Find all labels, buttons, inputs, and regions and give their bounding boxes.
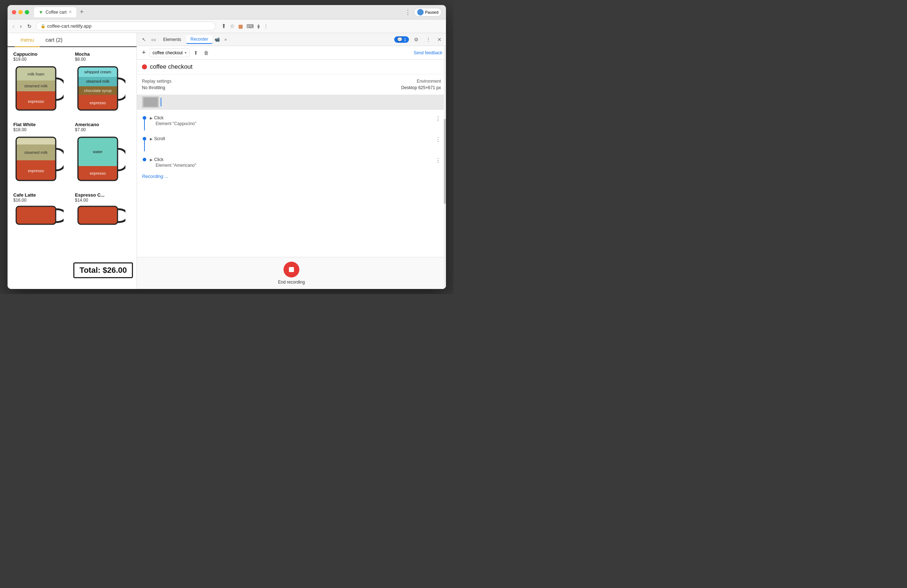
steps-list: ▶ Click Element "Cappucino" ⋮ bbox=[137, 110, 446, 257]
devtools-close-button[interactable]: ✕ bbox=[436, 35, 443, 44]
step-title: Click bbox=[154, 157, 163, 162]
item-name: Cafe Latte bbox=[13, 192, 69, 198]
tab-recorder[interactable]: Recorder bbox=[186, 35, 212, 44]
code-icon[interactable]: ⌨ bbox=[247, 23, 254, 29]
address-field[interactable]: 🔒 coffee-cart.netlify.app bbox=[36, 22, 216, 30]
step-more-icon[interactable]: ⋮ bbox=[435, 157, 441, 164]
list-item[interactable]: Espresso C... $14.00 bbox=[75, 192, 131, 257]
tab-elements[interactable]: Elements bbox=[159, 35, 186, 43]
item-price: $16.00 bbox=[13, 198, 69, 203]
kebab-menu-icon[interactable]: ⋮ bbox=[424, 35, 433, 44]
list-item[interactable]: Mocha $8.00 whipped cream bbox=[75, 51, 131, 116]
bookmark-icon[interactable]: ☆ bbox=[230, 22, 235, 29]
recording-status: Recording ... bbox=[137, 171, 446, 182]
share-icon[interactable]: ⬆ bbox=[221, 22, 226, 29]
item-name: Flat White bbox=[13, 122, 69, 127]
scrollbar-track[interactable] bbox=[444, 46, 446, 289]
cursor-icon[interactable]: ↖ bbox=[140, 35, 148, 44]
item-name: Cappucino bbox=[13, 51, 69, 57]
content-area: menu cart (2) Cappucino $19.00 bbox=[8, 33, 446, 289]
step-connector bbox=[142, 137, 147, 151]
thumbnail bbox=[142, 96, 159, 108]
tab-bar: ▼ Coffee cart ✕ + bbox=[34, 7, 402, 17]
step-content: ▶ Click Element "Cappucino" bbox=[150, 115, 432, 126]
list-item[interactable]: Cappucino $19.00 milk foa bbox=[13, 51, 69, 116]
list-item[interactable]: Cafe Latte $16.00 bbox=[13, 192, 69, 257]
step-title: Click bbox=[154, 115, 163, 120]
cup-mocha: whipped cream steamed milk chocolate syr… bbox=[75, 64, 125, 116]
recording-name-row: coffee checkout bbox=[137, 60, 446, 74]
tab-favicon: ▼ bbox=[38, 10, 43, 15]
add-recording-button[interactable]: + bbox=[141, 48, 147, 57]
forward-button[interactable]: › bbox=[19, 22, 23, 30]
scrollbar-thumb[interactable] bbox=[444, 119, 446, 204]
toolbar-icons: ⬆ ☆ ▦ ⌨ ⧫ ⋮ bbox=[221, 22, 268, 29]
browser-tab[interactable]: ▼ Coffee cart ✕ bbox=[34, 7, 76, 17]
paused-label: Paused bbox=[425, 10, 438, 14]
puzzle-icon[interactable]: ⧫ bbox=[257, 23, 260, 29]
svg-text:chocolate syrup: chocolate syrup bbox=[84, 88, 111, 93]
back-button[interactable]: ‹ bbox=[11, 22, 16, 30]
recorder-toolbar: + coffee checkout ▾ ⬆ 🗑 Send feedback bbox=[137, 46, 446, 60]
step-expand-icon[interactable]: ▶ bbox=[150, 137, 153, 141]
step-expand-icon[interactable]: ▶ bbox=[150, 158, 153, 162]
nav-menu[interactable]: menu bbox=[15, 33, 40, 47]
list-item[interactable]: Flat White $18.00 steamed bbox=[13, 122, 69, 186]
total-badge: Total: $26.00 bbox=[73, 263, 133, 278]
nav-cart[interactable]: cart (2) bbox=[40, 33, 69, 46]
new-tab-button[interactable]: + bbox=[78, 8, 86, 16]
tab-close-icon[interactable]: ✕ bbox=[69, 10, 72, 14]
tab-title: Coffee cart bbox=[46, 10, 66, 15]
item-name: Americano bbox=[75, 122, 131, 127]
more-tabs-icon[interactable]: » bbox=[222, 35, 229, 43]
step-more-icon[interactable]: ⋮ bbox=[435, 115, 441, 122]
settings-icon[interactable]: ⚙ bbox=[412, 35, 421, 44]
chat-button[interactable]: 💬 1 bbox=[394, 36, 409, 43]
item-price: $14.00 bbox=[75, 198, 131, 203]
more-icon[interactable]: ⋮ bbox=[263, 23, 268, 29]
extension-icon[interactable]: ▦ bbox=[238, 23, 243, 29]
coffee-menu: Cappucino $19.00 milk foa bbox=[8, 47, 136, 289]
replay-settings: Replay settings Environment No throttlin… bbox=[137, 74, 446, 95]
recording-dropdown[interactable]: coffee checkout ▾ bbox=[149, 48, 190, 57]
svg-rect-35 bbox=[16, 206, 56, 224]
step-line bbox=[144, 120, 145, 130]
svg-text:espresso: espresso bbox=[28, 168, 44, 173]
item-price: $7.00 bbox=[75, 127, 131, 132]
user-avatar bbox=[417, 9, 424, 16]
step-line bbox=[144, 141, 145, 151]
throttle-value: No throttling bbox=[142, 85, 291, 90]
step-title: Scroll bbox=[154, 136, 165, 141]
step-click-cappucino[interactable]: ▶ Click Element "Cappucino" ⋮ bbox=[137, 112, 446, 133]
step-content: ▶ Scroll bbox=[150, 136, 432, 141]
step-more-icon[interactable]: ⋮ bbox=[435, 136, 441, 143]
step-detail: Element "Americano" bbox=[150, 163, 432, 168]
browser-actions: ⋮ Paused bbox=[405, 8, 442, 16]
step-expand-icon[interactable]: ▶ bbox=[150, 116, 153, 120]
delete-icon[interactable]: 🗑 bbox=[202, 49, 211, 57]
maximize-button[interactable] bbox=[25, 10, 29, 14]
send-feedback-link[interactable]: Send feedback bbox=[413, 50, 442, 55]
step-scroll[interactable]: ▶ Scroll ⋮ bbox=[137, 133, 446, 154]
device-icon[interactable]: ▭ bbox=[149, 35, 158, 44]
step-header: ▶ Click bbox=[150, 115, 432, 120]
devtools-tab-actions: 💬 1 ⚙ ⋮ ✕ bbox=[394, 35, 443, 44]
minimize-button[interactable] bbox=[18, 10, 22, 14]
devtools-tabs: ↖ ▭ Elements Recorder 📹 » 💬 1 ⚙ ⋮ ✕ bbox=[137, 33, 446, 46]
svg-text:milk foam: milk foam bbox=[27, 72, 44, 76]
reload-button[interactable]: ↻ bbox=[26, 22, 33, 30]
title-bar: ▼ Coffee cart ✕ + ⋮ Paused bbox=[8, 5, 446, 19]
address-bar: ‹ › ↻ 🔒 coffee-cart.netlify.app ⬆ ☆ ▦ ⌨ … bbox=[8, 19, 446, 33]
export-icon[interactable]: ⬆ bbox=[192, 49, 200, 57]
devtools-bottom: End recording bbox=[137, 257, 446, 289]
svg-text:water: water bbox=[92, 149, 103, 154]
close-button[interactable] bbox=[12, 10, 16, 14]
item-price: $19.00 bbox=[13, 57, 69, 62]
traffic-lights bbox=[12, 10, 29, 14]
list-item[interactable]: Americano $7.00 water bbox=[75, 122, 131, 186]
paused-badge[interactable]: Paused bbox=[414, 8, 442, 16]
step-content: ▶ Click Element "Americano" bbox=[150, 157, 432, 168]
stop-recording-button[interactable] bbox=[284, 262, 299, 277]
extensions-icon[interactable]: ⋮ bbox=[405, 8, 411, 16]
step-click-americano[interactable]: ▶ Click Element "Americano" ⋮ bbox=[137, 154, 446, 171]
